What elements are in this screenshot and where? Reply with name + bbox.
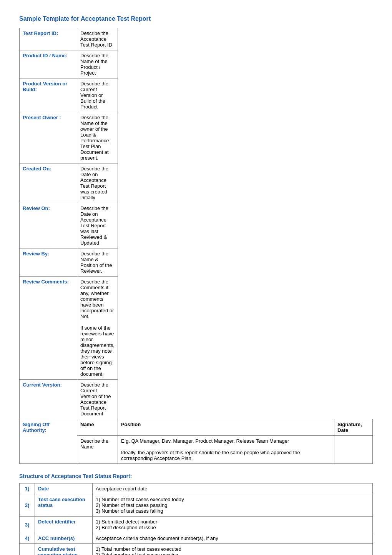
table-row: Review On: Describe the Date on Acceptan… bbox=[20, 203, 373, 248]
structure-label-3: Defect identifier bbox=[35, 517, 93, 533]
structure-value-3: 1) Submitted defect number 2) Brief desc… bbox=[93, 517, 373, 533]
structure-label-4: ACC number(s) bbox=[35, 533, 93, 544]
field-label-present-owner: Present Owner : bbox=[20, 112, 77, 163]
structure-table: 1) Date Acceptance report date 2) Test c… bbox=[19, 483, 373, 555]
structure-num-1: 1) bbox=[20, 483, 35, 494]
structure-num-5: 5) bbox=[20, 544, 35, 555]
field-value-product-id: Describe the Name of the Product / Proje… bbox=[77, 50, 118, 78]
field-value-review-comments: Describe the Comments if any, whether co… bbox=[77, 277, 118, 380]
table-row: Product Version or Build: Describe the C… bbox=[20, 78, 373, 112]
field-label-review-on: Review On: bbox=[20, 203, 77, 248]
table-row: Current Version: Describe the Current Ve… bbox=[20, 380, 373, 419]
field-value-created-on: Describe the Date on Acceptance Test Rep… bbox=[77, 163, 118, 203]
signing-col-name: Name bbox=[77, 419, 118, 436]
field-label-created-on: Created On: bbox=[20, 163, 77, 203]
signing-off-header-row: Signing Off Authority: Name Position Sig… bbox=[20, 419, 373, 436]
structure-label-2: Test case execution status bbox=[35, 494, 93, 517]
structure-label-1: Date bbox=[35, 483, 93, 494]
structure-num-4: 4) bbox=[20, 533, 35, 544]
field-value-current-version: Describe the Current Version of the Acce… bbox=[77, 380, 118, 419]
table-row: Product ID / Name: Describe the Name of … bbox=[20, 50, 373, 78]
signing-col-position: Position bbox=[118, 419, 334, 436]
structure-value-2: 1) Number of test cases executed today 2… bbox=[93, 494, 373, 517]
structure-num-3: 3) bbox=[20, 517, 35, 533]
field-value-present-owner: Describe the Name of the owner of the Lo… bbox=[77, 112, 118, 163]
structure-row-5: 5) Cumulative test execution status 1) T… bbox=[20, 544, 373, 555]
page-title: Sample Template for Acceptance Test Repo… bbox=[19, 15, 373, 22]
field-label-test-report-id: Test Report ID: bbox=[20, 28, 77, 50]
section2-title: Structure of Acceptance Test Status Repo… bbox=[19, 473, 373, 479]
structure-label-5: Cumulative test execution status bbox=[35, 544, 93, 555]
field-value-test-report-id: Describe the Acceptance Test Report ID bbox=[77, 28, 118, 50]
main-table: Test Report ID: Describe the Acceptance … bbox=[19, 28, 373, 464]
table-row: Review By: Describe the Name & Position … bbox=[20, 248, 373, 277]
table-row: Review Comments: Describe the Comments i… bbox=[20, 277, 373, 380]
field-label-signing-off: Signing Off Authority: bbox=[20, 419, 77, 464]
signing-col-signature: Signature, Date bbox=[334, 419, 373, 436]
signing-row-signature bbox=[334, 436, 373, 464]
structure-row-2: 2) Test case execution status 1) Number … bbox=[20, 494, 373, 517]
field-label-product-id: Product ID / Name: bbox=[20, 50, 77, 78]
structure-value-1: Acceptance report date bbox=[93, 483, 373, 494]
signing-row-name: Describe the Name bbox=[77, 436, 118, 464]
field-value-review-on: Describe the Date on Acceptance Test Rep… bbox=[77, 203, 118, 248]
structure-row-3: 3) Defect identifier 1) Submitted defect… bbox=[20, 517, 373, 533]
signing-row-position: E.g. QA Manager, Dev. Manager, Product M… bbox=[118, 436, 334, 464]
table-row: Present Owner : Describe the Name of the… bbox=[20, 112, 373, 163]
structure-value-4: Acceptance criteria change document numb… bbox=[93, 533, 373, 544]
field-value-product-version: Describe the Current Version or Build of… bbox=[77, 78, 118, 112]
table-row: Test Report ID: Describe the Acceptance … bbox=[20, 28, 373, 50]
field-value-review-by: Describe the Name & Position of the Revi… bbox=[77, 248, 118, 277]
table-row: Created On: Describe the Date on Accepta… bbox=[20, 163, 373, 203]
field-label-product-version: Product Version or Build: bbox=[20, 78, 77, 112]
field-label-review-by: Review By: bbox=[20, 248, 77, 277]
structure-row-1: 1) Date Acceptance report date bbox=[20, 483, 373, 494]
field-label-review-comments: Review Comments: bbox=[20, 277, 77, 380]
structure-value-5: 1) Total number of test cases executed 2… bbox=[93, 544, 373, 555]
structure-num-2: 2) bbox=[20, 494, 35, 517]
field-label-current-version: Current Version: bbox=[20, 380, 77, 419]
structure-row-4: 4) ACC number(s) Acceptance criteria cha… bbox=[20, 533, 373, 544]
